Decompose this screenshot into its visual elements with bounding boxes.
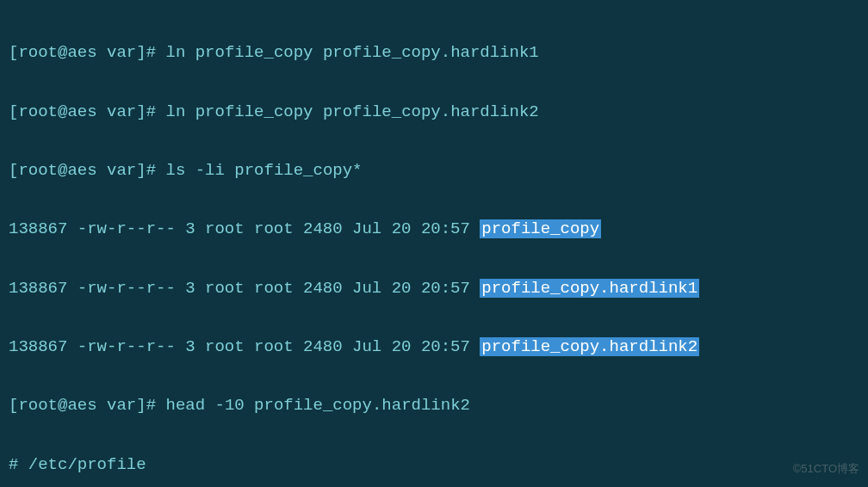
prompt-dir: var — [107, 102, 136, 121]
prompt-at: @ — [58, 102, 67, 121]
command-text: ln profile_copy profile_copy.hardlink1 — [165, 43, 538, 62]
prompt-open: [ — [9, 161, 18, 180]
prompt-user: root — [18, 396, 58, 415]
ls-output-row-3: 138867 -rw-r--r-- 3 root root 2480 Jul 2… — [9, 332, 859, 361]
prompt-host: aes — [67, 396, 96, 415]
watermark-text: ©51CTO博客 — [793, 459, 859, 478]
terminal-output[interactable]: [root@aes var]# ln profile_copy profile_… — [9, 9, 859, 487]
prompt-host: aes — [67, 102, 96, 121]
command-text: ls -li profile_copy* — [165, 161, 362, 180]
prompt-dir: var — [107, 396, 136, 415]
prompt-dir: var — [107, 43, 136, 62]
head-output-line: # /etc/profile — [9, 450, 859, 479]
prompt-close: ]# — [136, 102, 156, 121]
command-line-4: [root@aes var]# head -10 profile_copy.ha… — [9, 391, 859, 420]
file-stats: 138867 -rw-r--r-- 3 root root 2480 Jul 2… — [9, 219, 480, 238]
file-stats: 138867 -rw-r--r-- 3 root root 2480 Jul 2… — [9, 279, 480, 298]
ls-output-row-2: 138867 -rw-r--r-- 3 root root 2480 Jul 2… — [9, 274, 859, 303]
ls-output-row-1: 138867 -rw-r--r-- 3 root root 2480 Jul 2… — [9, 214, 859, 244]
prompt-open: [ — [9, 102, 18, 121]
filename-highlighted: profile_copy.hardlink1 — [480, 279, 699, 298]
command-line-1: [root@aes var]# ln profile_copy profile_… — [9, 38, 859, 67]
prompt-at: @ — [58, 43, 67, 62]
prompt-close: ]# — [136, 43, 156, 62]
prompt-dir: var — [107, 161, 136, 180]
file-stats: 138867 -rw-r--r-- 3 root root 2480 Jul 2… — [9, 337, 480, 356]
command-line-2: [root@aes var]# ln profile_copy profile_… — [9, 97, 859, 126]
prompt-open: [ — [9, 43, 18, 62]
prompt-at: @ — [58, 396, 67, 415]
command-line-3: [root@aes var]# ls -li profile_copy* — [9, 156, 859, 185]
prompt-close: ]# — [136, 396, 156, 415]
prompt-user: root — [18, 43, 58, 62]
filename-highlighted: profile_copy.hardlink2 — [480, 337, 699, 356]
filename-highlighted: profile_copy — [480, 219, 601, 238]
command-text: head -10 profile_copy.hardlink2 — [165, 396, 469, 415]
prompt-user: root — [18, 102, 58, 121]
prompt-host: aes — [67, 43, 96, 62]
prompt-user: root — [18, 161, 58, 180]
prompt-host: aes — [67, 161, 96, 180]
prompt-open: [ — [9, 396, 18, 415]
prompt-at: @ — [58, 161, 67, 180]
prompt-close: ]# — [136, 161, 156, 180]
command-text: ln profile_copy profile_copy.hardlink2 — [165, 102, 538, 121]
